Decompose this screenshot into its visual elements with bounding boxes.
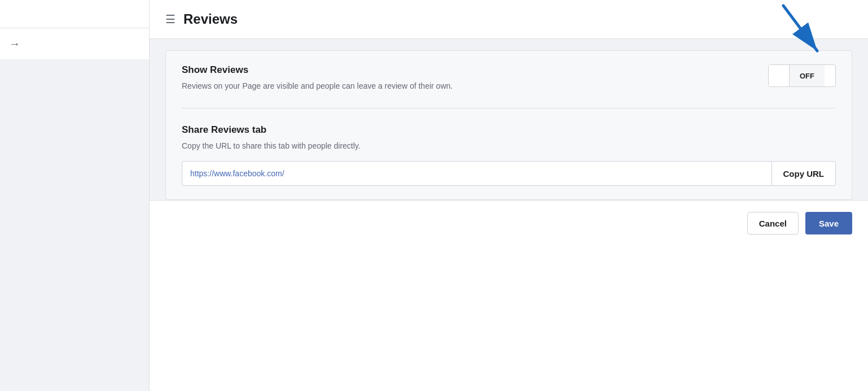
cancel-button[interactable]: Cancel <box>747 212 799 234</box>
show-reviews-title: Show Reviews <box>182 64 622 76</box>
show-reviews-section: Show Reviews Reviews on your Page are vi… <box>182 64 836 108</box>
page-title: Reviews <box>183 11 238 27</box>
show-reviews-left: Show Reviews Reviews on your Page are vi… <box>182 64 622 92</box>
page-header: ☰ Reviews <box>150 0 868 39</box>
share-reviews-section: Share Reviews tab Copy the URL to share … <box>182 124 836 186</box>
sidebar-background <box>0 60 149 391</box>
show-reviews-toggle[interactable]: OFF <box>768 64 836 87</box>
share-reviews-title: Share Reviews tab <box>182 124 836 136</box>
save-button[interactable]: Save <box>805 212 852 234</box>
url-row: Copy URL <box>182 161 836 186</box>
show-reviews-description: Reviews on your Page are visible and peo… <box>182 80 622 92</box>
content-wrapper: Show Reviews Reviews on your Page are vi… <box>150 39 868 200</box>
settings-card: Show Reviews Reviews on your Page are vi… <box>165 50 852 200</box>
sidebar-item-1[interactable]: → <box>0 28 149 60</box>
share-reviews-description: Copy the URL to share this tab with peop… <box>182 140 836 152</box>
footer-actions: Cancel Save <box>150 200 868 246</box>
url-input[interactable] <box>182 161 771 186</box>
menu-icon: ☰ <box>165 12 176 26</box>
toggle-on-label[interactable] <box>769 65 789 86</box>
sidebar-exit-icon: → <box>9 37 20 50</box>
sidebar-top <box>0 0 149 28</box>
sidebar: → <box>0 0 150 391</box>
toggle-off-label[interactable]: OFF <box>789 65 825 86</box>
main-wrapper: ☰ Reviews Show Reviews Reviews on your P… <box>150 0 868 391</box>
copy-url-button[interactable]: Copy URL <box>771 161 836 186</box>
